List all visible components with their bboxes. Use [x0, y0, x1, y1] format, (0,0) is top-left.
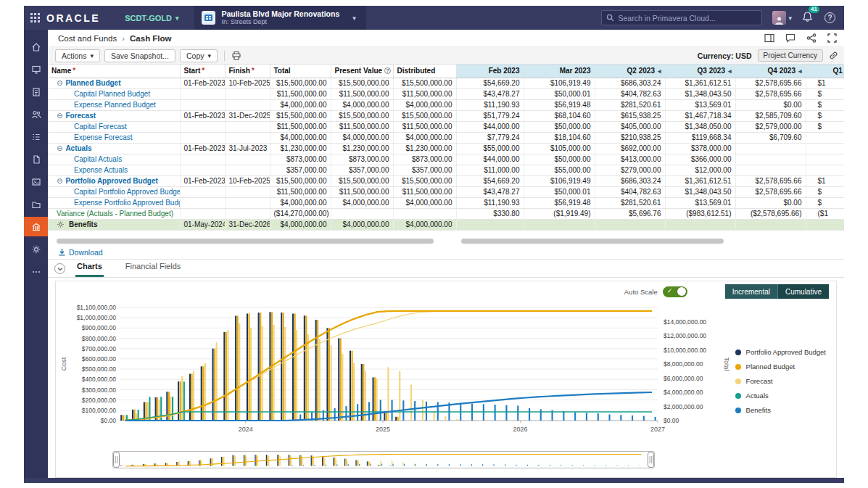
column-header[interactable]: Mar 2023 — [524, 65, 595, 78]
table-row[interactable]: ⊖Actuals01-Feb-202331-Jul-2023$1,230,000… — [48, 143, 844, 154]
table-cell: $15,500,000.00 — [331, 175, 393, 186]
column-header[interactable]: Q3 2023◂ — [665, 65, 735, 78]
collapse-row-icon[interactable]: ⊖ — [57, 177, 62, 185]
row-name[interactable]: Capital Portfolio Approved Budget — [74, 188, 180, 196]
row-name[interactable]: Capital Planned Budget — [74, 90, 150, 98]
collapse-column-icon[interactable]: ◂ — [728, 67, 732, 75]
save-snapshot-button[interactable]: Save Snapshot... — [104, 49, 175, 62]
incremental-button[interactable]: Incremental — [725, 284, 778, 299]
cumulative-button[interactable]: Cumulative — [778, 284, 829, 299]
sidebar-item-settings[interactable] — [24, 239, 48, 259]
table-row[interactable]: Capital Actuals$873,000.00$873,000.00$87… — [48, 154, 844, 165]
chart-overview-slider[interactable] — [112, 451, 836, 471]
collapse-column-icon[interactable]: ◂ — [798, 67, 802, 75]
currency-mode-button[interactable]: Project Currency — [758, 49, 823, 62]
time-columns-scrollbar[interactable] — [461, 239, 724, 244]
actions-button[interactable]: Actions▾ — [55, 49, 100, 62]
detail-panel-icon[interactable] — [764, 33, 774, 43]
row-name[interactable]: Capital Actuals — [74, 155, 122, 163]
row-name[interactable]: Expense Planned Budget — [74, 101, 156, 109]
column-header[interactable]: Feb 2023 — [456, 65, 524, 78]
project-subtitle: In: Streets Dept — [221, 18, 339, 25]
legend-item[interactable]: Forecast — [735, 377, 826, 385]
collapse-row-icon[interactable]: ⊖ — [57, 144, 62, 152]
row-name[interactable]: Forecast — [65, 112, 96, 120]
table-row[interactable]: Expense Forecast$4,000,000.00$4,000,000.… — [48, 132, 844, 143]
table-cell — [180, 165, 225, 175]
table-row[interactable]: Benefits01-May-202431-Dec-2026$4,000,000… — [48, 219, 844, 230]
sidebar-item-gallery[interactable] — [24, 172, 48, 191]
row-name[interactable]: Portfolio Approved Budget — [65, 177, 157, 185]
fixed-columns-scrollbar[interactable] — [57, 239, 434, 244]
row-name[interactable]: Expense Actuals — [74, 166, 128, 174]
table-row[interactable]: ⊖Planned Budget01-Feb-202310-Feb-2025$15… — [48, 78, 844, 88]
row-name[interactable]: Planned Budget — [65, 79, 120, 87]
copy-button[interactable]: Copy▾ — [180, 49, 218, 62]
tab-financial-fields[interactable]: Financial Fields — [124, 258, 182, 277]
table-cell: $106,919.49 — [524, 78, 595, 88]
slider-handle-right[interactable] — [648, 452, 654, 468]
column-header[interactable]: Q4 2023◂ — [735, 65, 806, 78]
oracle-logo: ORACLE — [46, 12, 100, 24]
sidebar-item-files[interactable] — [24, 194, 48, 214]
global-search[interactable] — [601, 10, 762, 25]
print-icon[interactable] — [231, 51, 241, 60]
user-menu[interactable]: ▾ — [772, 11, 792, 25]
table-row[interactable]: ⊖Portfolio Approved Budget01-Feb-202310-… — [48, 175, 844, 186]
row-settings-icon[interactable] — [57, 220, 65, 228]
slider-handle-left[interactable] — [114, 452, 120, 468]
table-row[interactable]: Expense Actuals$357,000.00$357,000.00$35… — [48, 165, 844, 175]
table-row[interactable]: Capital Planned Budget$11,500,000.00$11,… — [48, 88, 844, 99]
column-header[interactable]: Total — [270, 65, 331, 78]
table-row[interactable]: ⊖Forecast01-Feb-202331-Dec-2025$15,500,0… — [48, 110, 844, 121]
download-link[interactable]: Download — [58, 248, 103, 257]
help-button[interactable]: ? — [824, 12, 835, 23]
collapse-panel-button[interactable] — [54, 263, 65, 274]
row-name[interactable]: Expense Portfolio Approved Budget — [74, 199, 180, 207]
comments-icon[interactable] — [785, 33, 795, 43]
info-icon[interactable]: ? — [384, 67, 391, 74]
sidebar-item-more[interactable] — [24, 262, 48, 281]
tab-charts[interactable]: Charts — [75, 258, 104, 277]
table-row[interactable]: Expense Planned Budget$4,000,000.00$4,00… — [48, 99, 844, 110]
table-row[interactable]: Capital Portfolio Approved Budget$11,500… — [48, 186, 844, 197]
workspace-selector[interactable]: SCDT-GOLD ▾ — [125, 14, 178, 22]
collapse-column-icon[interactable]: ◂ — [658, 67, 661, 75]
column-header[interactable]: Present Value? — [331, 65, 393, 78]
app-switcher-icon[interactable] — [30, 13, 41, 23]
legend-item[interactable]: Actuals — [735, 392, 826, 400]
breadcrumb-parent[interactable]: Cost and Funds — [58, 34, 117, 43]
column-header[interactable]: Start* — [180, 65, 225, 78]
collapse-row-icon[interactable]: ⊖ — [57, 79, 62, 87]
search-input[interactable] — [618, 14, 757, 22]
legend-item[interactable]: Portfolio Approved Budget — [735, 348, 826, 356]
sidebar-item-resources[interactable] — [24, 104, 48, 124]
sidebar-item-portfolio[interactable] — [24, 59, 48, 79]
sidebar-item-cost-and-funds[interactable] — [24, 217, 48, 236]
column-header[interactable]: Finish* — [225, 65, 270, 78]
notifications-button[interactable]: 41 — [802, 11, 813, 25]
row-name[interactable]: Capital Forecast — [74, 123, 127, 131]
fullscreen-icon[interactable] — [827, 33, 837, 43]
column-header[interactable]: Q1 2024◂ — [806, 65, 844, 78]
table-row[interactable]: Capital Forecast$11,500,000.00$11,500,00… — [48, 121, 844, 132]
column-header[interactable]: Q2 2023◂ — [595, 65, 665, 78]
table-row[interactable]: Expense Portfolio Approved Budget$4,000,… — [48, 197, 844, 208]
column-header[interactable]: Distributed — [393, 65, 456, 78]
row-name[interactable]: Actuals — [65, 144, 91, 152]
legend-item[interactable]: Planned Budget — [735, 363, 826, 371]
project-selector[interactable]: Paulista Blvd Major Renovations In: Stre… — [194, 6, 365, 30]
auto-scale-toggle[interactable]: ✓ — [663, 286, 687, 297]
sidebar-item-scope[interactable] — [24, 82, 48, 102]
row-name[interactable]: Expense Forecast — [74, 133, 133, 141]
legend-item[interactable]: Benefits — [735, 406, 826, 414]
sidebar-item-home[interactable] — [24, 37, 48, 57]
table-row[interactable]: Variance (Actuals - Planned Budget)($14,… — [48, 208, 844, 219]
sidebar-item-documents[interactable] — [24, 149, 48, 169]
tasks-icon — [31, 132, 41, 142]
sidebar-item-tasks[interactable] — [24, 127, 48, 146]
share-icon[interactable] — [806, 33, 817, 43]
column-header[interactable]: Name* — [48, 65, 180, 78]
link-icon[interactable] — [829, 51, 838, 60]
collapse-row-icon[interactable]: ⊖ — [57, 112, 62, 120]
